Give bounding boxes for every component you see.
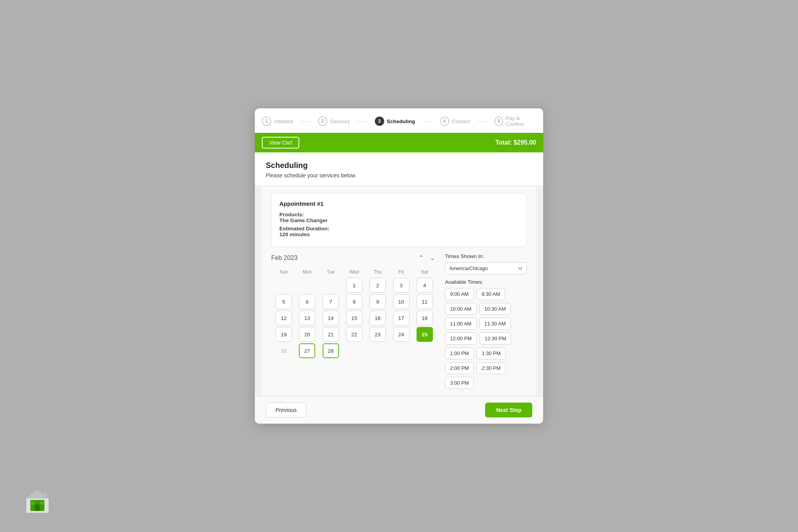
step-label-scheduling: Scheduling (387, 118, 415, 124)
step-divider-2 (357, 121, 367, 122)
step-divider-4 (477, 121, 487, 122)
calendar-day[interactable]: 7 (323, 294, 339, 309)
modal-container: 1 Address 2 Services 3 Scheduling 4 Cont… (255, 108, 543, 424)
calendar-day: 26 (275, 343, 292, 358)
svg-rect-4 (31, 502, 34, 505)
time-slot-button[interactable]: 3:00 PM (445, 377, 474, 389)
page-subtitle: Please schedule your services below. (266, 172, 532, 179)
step-num-4: 4 (440, 117, 449, 126)
stepper: 1 Address 2 Services 3 Scheduling 4 Cont… (255, 108, 543, 133)
time-slot-button[interactable]: 9:30 AM (477, 288, 505, 300)
step-num-1: 1 (262, 117, 271, 126)
timezone-label: Times Shown In: (445, 253, 527, 259)
svg-rect-6 (44, 492, 46, 498)
calendar-next-button[interactable]: ⌄ (427, 253, 437, 262)
calendar-day[interactable]: 4 (417, 278, 433, 293)
calendar-day[interactable]: 6 (299, 294, 315, 309)
calendar-day-empty (323, 278, 339, 293)
step-scheduling[interactable]: 3 Scheduling (368, 117, 422, 126)
time-slot-button[interactable]: 2:30 PM (477, 362, 505, 374)
calendar-day[interactable]: 2 (369, 278, 386, 293)
appointment-products-row: Products: The Game Changer (279, 212, 519, 223)
step-address[interactable]: 1 Address (255, 117, 300, 126)
calendar-month-year: Feb 2023 (271, 255, 298, 262)
page-title: Scheduling (266, 161, 532, 170)
step-label-address: Address (274, 118, 293, 124)
calendar-day-header: Fri (390, 268, 412, 276)
previous-button[interactable]: Previous (266, 403, 306, 417)
calendar-day[interactable]: 21 (323, 327, 339, 342)
calendar-day[interactable]: 22 (346, 327, 362, 342)
step-contact[interactable]: 4 Contact (433, 117, 477, 126)
green-bar: View Cart Total: $295.00 (255, 133, 543, 152)
calendar-grid: SunMonTueWedThuFriSat 123456789101112131… (271, 266, 437, 360)
calendar-day[interactable]: 24 (393, 327, 410, 342)
step-num-5: 5 (494, 117, 503, 126)
calendar-section: Feb 2023 ⌃ ⌄ SunMonTueWedThuFriSat 12345… (271, 253, 437, 389)
calendar-day[interactable]: 16 (369, 311, 386, 325)
step-services[interactable]: 2 Services (311, 117, 357, 126)
calendar-day[interactable]: 25 (417, 327, 433, 342)
calendar-day-empty (275, 278, 292, 293)
brand-logo (23, 487, 51, 515)
calendar-day[interactable]: 19 (275, 327, 292, 342)
calendar-day-empty (393, 343, 410, 358)
calendar-day-empty (346, 343, 362, 358)
next-step-button[interactable]: Next Step (485, 403, 532, 417)
step-pay-confirm[interactable]: 5 Pay & Confirm (487, 115, 543, 127)
timezone-select[interactable]: America/ChicagoAmerica/New_YorkAmerica/D… (445, 262, 527, 274)
calendar-day-header: Thu (367, 268, 388, 276)
calendar-day-header: Sat (414, 268, 436, 276)
time-slot-button[interactable]: 1:30 PM (477, 347, 505, 359)
time-slot-button[interactable]: 12:00 PM (445, 332, 477, 345)
appointment-card: Appointment #1 Products: The Game Change… (271, 193, 527, 247)
calendar-day[interactable]: 8 (346, 294, 362, 309)
calendar-day[interactable]: 12 (275, 311, 292, 325)
calendar-prev-button[interactable]: ⌃ (416, 253, 426, 262)
calendar-day[interactable]: 13 (299, 311, 315, 325)
products-label: Products: (279, 212, 304, 217)
calendar-day[interactable]: 23 (369, 327, 386, 342)
calendar-day[interactable]: 11 (417, 294, 433, 309)
calendar-day[interactable]: 15 (346, 311, 362, 325)
calendar-day[interactable]: 28 (323, 343, 339, 358)
available-times-label: Available Times: (445, 279, 527, 285)
view-cart-button[interactable]: View Cart (262, 137, 299, 148)
appointment-title: Appointment #1 (279, 200, 519, 207)
time-slots-grid: 9:00 AM9:30 AM10:00 AM10:30 AM11:00 AM11… (445, 288, 527, 389)
calendar-day-empty (417, 343, 433, 358)
time-slot-button[interactable]: 11:30 AM (479, 318, 511, 330)
step-num-2: 2 (318, 117, 327, 126)
products-value: The Game Changer (279, 217, 328, 223)
calendar-day[interactable]: 14 (323, 311, 339, 325)
calendar-day[interactable]: 18 (417, 311, 433, 325)
footer: Previous Next Step (255, 396, 543, 424)
step-divider-3 (422, 121, 433, 122)
time-slot-button[interactable]: 2:00 PM (445, 362, 474, 374)
times-section: Times Shown In: America/ChicagoAmerica/N… (445, 253, 527, 389)
calendar-day-empty (369, 343, 386, 358)
calendar-day[interactable]: 10 (393, 294, 410, 309)
calendar-area: Feb 2023 ⌃ ⌄ SunMonTueWedThuFriSat 12345… (271, 253, 527, 389)
calendar-day[interactable]: 1 (346, 278, 362, 293)
time-slot-button[interactable]: 1:00 PM (445, 347, 474, 359)
calendar-day[interactable]: 3 (393, 278, 410, 293)
total-display: Total: $295.00 (495, 139, 536, 146)
calendar-day[interactable]: 9 (369, 294, 386, 309)
calendar-day[interactable]: 17 (393, 311, 410, 325)
time-slot-button[interactable]: 11:00 AM (445, 318, 477, 330)
calendar-day[interactable]: 5 (275, 294, 292, 309)
step-divider-1 (300, 121, 311, 122)
calendar-day[interactable]: 20 (299, 327, 315, 342)
appointment-section: Appointment #1 Products: The Game Change… (262, 186, 536, 396)
time-slot-button[interactable]: 10:00 AM (445, 303, 477, 315)
time-slot-button[interactable]: 12:30 PM (480, 332, 512, 345)
calendar-header: Feb 2023 ⌃ ⌄ (271, 253, 437, 262)
time-slot-button[interactable]: 10:30 AM (479, 303, 511, 315)
calendar-day[interactable]: 27 (299, 343, 315, 358)
time-slot-button[interactable]: 9:00 AM (445, 288, 474, 300)
calendar-day-header: Wed (343, 268, 365, 276)
svg-rect-3 (35, 505, 40, 511)
step-label-services: Services (330, 118, 350, 124)
step-label-pay-confirm: Pay & Confirm (506, 115, 536, 127)
